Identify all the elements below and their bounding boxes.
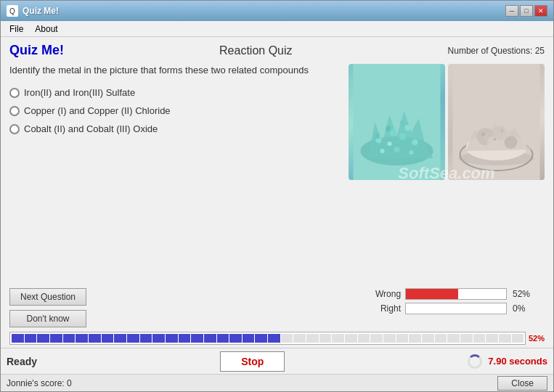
menu-about[interactable]: About — [29, 23, 63, 36]
progress-segment — [191, 334, 203, 343]
radio-3[interactable] — [9, 124, 20, 134]
svg-rect-14 — [375, 133, 380, 139]
right-stat-row: Right 0% — [375, 303, 530, 314]
progress-segment — [37, 334, 49, 343]
status-text: Ready — [7, 356, 37, 367]
progress-segment — [447, 334, 460, 343]
svg-point-23 — [487, 136, 499, 148]
quiz-title: Reaction Quiz — [219, 44, 293, 57]
progress-segment — [422, 334, 434, 343]
progress-segment — [50, 334, 62, 343]
progress-segment — [486, 334, 498, 343]
progress-segment — [102, 334, 114, 343]
progress-segment — [512, 334, 524, 343]
status-bar: Ready Stop 7.90 seconds — [1, 348, 553, 374]
stop-button[interactable]: Stop — [220, 351, 285, 372]
progress-segment — [204, 334, 216, 343]
option-2[interactable]: Copper (I) and Copper (II) Chloride — [9, 105, 340, 116]
close-button[interactable]: Close — [497, 376, 547, 391]
spinner-icon — [468, 354, 482, 369]
progress-segment — [243, 334, 255, 343]
score-text: Jonnie's score: 0 — [7, 378, 72, 388]
progress-segment — [473, 334, 486, 343]
progress-segment — [370, 334, 383, 343]
window-title: Quiz Me! — [23, 6, 59, 16]
progress-segment — [25, 334, 37, 343]
title-bar: Q Quiz Me! ─ □ ✕ — [1, 1, 553, 21]
radio-2[interactable] — [9, 106, 20, 116]
num-questions: Number of Questions: 25 — [448, 46, 545, 56]
bottom-progress-percent: 52% — [529, 334, 545, 343]
title-bar-left: Q Quiz Me! — [7, 5, 59, 17]
wrong-percent: 52% — [513, 289, 530, 299]
svg-point-4 — [390, 129, 397, 136]
svg-point-11 — [410, 150, 414, 155]
title-buttons: ─ □ ✕ — [505, 5, 547, 17]
progress-segment — [332, 334, 344, 343]
question-area: Identify the metal in the picture that f… — [9, 64, 545, 282]
close-window-button[interactable]: ✕ — [534, 5, 547, 17]
wrong-fill — [406, 289, 458, 299]
menu-bar: File About — [1, 21, 553, 37]
progress-segment — [319, 334, 332, 343]
image-right — [448, 64, 545, 180]
svg-point-24 — [481, 132, 486, 136]
right-progress-bar — [405, 303, 507, 314]
progress-segment — [293, 334, 306, 343]
progress-segment — [217, 334, 229, 343]
bottom-section: Next Question Don't know Wrong 52% Right — [9, 288, 545, 345]
progress-segment — [409, 334, 421, 343]
progress-segment — [396, 334, 409, 343]
restore-button[interactable]: □ — [520, 5, 533, 17]
app-title: Quiz Me! — [9, 43, 64, 58]
progress-segment — [140, 334, 152, 343]
progress-segment — [179, 334, 191, 343]
wrong-label: Wrong — [375, 289, 401, 299]
status-right: 7.90 seconds — [468, 354, 547, 369]
progress-segment — [435, 334, 447, 343]
option-2-label: Copper (I) and Copper (II) Chloride — [24, 105, 171, 116]
progress-segment — [499, 334, 511, 343]
dont-know-button[interactable]: Don't know — [9, 310, 86, 327]
score-bar: Jonnie's score: 0 Close — [1, 374, 553, 391]
question-left: Identify the metal in the picture that f… — [9, 64, 340, 282]
next-question-button[interactable]: Next Question — [9, 288, 86, 306]
progress-segment — [229, 334, 242, 343]
question-images: SoftSea.com — [349, 64, 545, 282]
wrong-stat-row: Wrong 52% — [375, 288, 530, 300]
svg-point-27 — [494, 138, 497, 141]
progress-segment — [460, 334, 473, 343]
progress-segment — [152, 334, 165, 343]
progress-segment — [166, 334, 178, 343]
bottom-progress-row: 52% — [9, 332, 545, 345]
progress-segment — [89, 334, 101, 343]
timer-text: 7.90 seconds — [488, 356, 547, 367]
header-row: Quiz Me! Reaction Quiz Number of Questio… — [9, 43, 545, 58]
wrong-progress-bar — [405, 288, 507, 300]
option-3[interactable]: Cobalt (II) and Cobalt (III) Oxide — [9, 123, 340, 134]
content-area: Quiz Me! Reaction Quiz Number of Questio… — [1, 37, 553, 348]
option-1-label: Iron(II) and Iron(III) Sulfate — [24, 87, 135, 98]
progress-segment — [114, 334, 126, 343]
minimize-button[interactable]: ─ — [505, 5, 518, 17]
progress-segment — [12, 334, 24, 343]
progress-segment — [268, 334, 280, 343]
radio-1[interactable] — [9, 88, 20, 98]
svg-point-8 — [412, 139, 418, 145]
progress-segment — [63, 334, 76, 343]
question-text: Identify the metal in the picture that f… — [9, 64, 340, 77]
progress-segment — [281, 334, 293, 343]
progress-segment — [255, 334, 267, 343]
menu-file[interactable]: File — [4, 23, 29, 36]
svg-point-10 — [394, 147, 400, 152]
option-1[interactable]: Iron(II) and Iron(III) Sulfate — [9, 87, 340, 98]
image-left — [349, 64, 445, 180]
right-percent: 0% — [513, 303, 525, 314]
svg-point-9 — [380, 149, 385, 153]
progress-segment — [358, 334, 370, 343]
image-container — [349, 64, 545, 180]
bottom-progress-bar — [9, 332, 526, 345]
left-buttons: Next Question Don't know — [9, 288, 86, 327]
svg-point-6 — [388, 142, 392, 146]
svg-point-7 — [399, 133, 407, 140]
